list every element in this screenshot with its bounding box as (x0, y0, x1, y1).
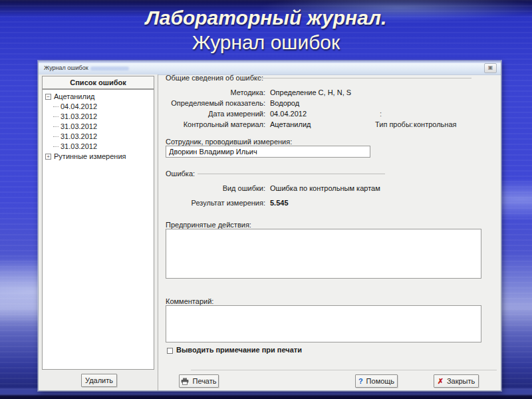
indicator-label: Определяемый показатель: (166, 99, 265, 107)
tree-item-routine[interactable]: + Рутинные измерения (43, 152, 154, 162)
actions-textarea[interactable] (166, 229, 481, 279)
method-value: Определение C, H, N, S (270, 88, 351, 96)
help-button[interactable]: ? Помощь (355, 374, 398, 388)
error-journal-window: Журнал ошибок ▣ Список ошибок − Ацетанил… (38, 61, 501, 391)
slide-title-line2: Журнал ошибок (0, 30, 532, 55)
tree-item-date[interactable]: 31.03.2012 (43, 132, 154, 142)
tree-item-date[interactable]: 31.03.2012 (43, 142, 154, 152)
sample-type-value: контрольная (414, 120, 456, 128)
close-button[interactable]: ✗ Закрыть (434, 374, 479, 388)
actions-label: Предпринятые действия: (166, 221, 251, 229)
comment-label: Комментарий: (166, 297, 213, 305)
tree-item-label: 04.04.2012 (61, 102, 97, 112)
titlebar-accent (39, 61, 501, 63)
form-row-error-kind: Вид ошибки: Ошибка по контрольным картам (166, 184, 511, 192)
window-title: Журнал ошибок (44, 65, 88, 71)
tree-item-label: 31.03.2012 (61, 122, 97, 132)
date-label: Дата измерений: (166, 110, 265, 118)
tree-connector (53, 106, 59, 107)
form-row-material: Контрольный материал: Ацетанилид (166, 120, 511, 128)
tree-connector (53, 116, 59, 117)
method-label: Методика: (166, 88, 265, 96)
print-note-checkbox[interactable] (167, 348, 173, 354)
form-row-indicator: Определяемый показатель: Водород (166, 99, 511, 107)
slide-title: Лабораторный журнал. Журнал ошибок (0, 5, 532, 55)
help-icon: ? (358, 377, 363, 385)
indicator-value: Водород (270, 99, 299, 107)
tree-item-label: 31.03.2012 (61, 132, 97, 142)
help-button-label: Помощь (366, 377, 395, 385)
error-list-panel: Список ошибок − Ацетанилид 04.04.2012 31… (39, 74, 158, 390)
tree-item-date[interactable]: 31.03.2012 (43, 112, 154, 122)
comment-textarea[interactable] (166, 305, 481, 342)
form-row-method: Методика: Определение C, H, N, S (166, 88, 511, 96)
section-divider (198, 174, 385, 174)
slide-title-line1: Лабораторный журнал. (0, 5, 532, 30)
tree-connector (53, 126, 59, 127)
tree-item-acetanilide[interactable]: − Ацетанилид (43, 92, 154, 102)
buttons-divider (191, 370, 497, 370)
employee-label: Сотрудник, проводивший измерения: (166, 138, 292, 146)
tree-item-label: Рутинные измерения (54, 152, 126, 162)
collapse-icon[interactable]: − (45, 94, 51, 100)
error-tree[interactable]: − Ацетанилид 04.04.2012 31.03.2012 31.03… (42, 89, 154, 370)
close-window-icon[interactable]: ▣ (484, 63, 497, 73)
stray-colon: : (380, 110, 382, 118)
print-note-checkbox-label: Выводить примечание при печати (176, 346, 302, 354)
close-x-icon: ✗ (438, 377, 444, 386)
result-label: Результат измерения: (166, 199, 265, 207)
section-divider (259, 78, 471, 78)
error-list-header: Список ошибок (42, 76, 154, 89)
close-button-label: Закрыть (447, 377, 475, 385)
print-button[interactable]: Печать (179, 374, 219, 388)
printer-icon (181, 378, 189, 385)
delete-button[interactable]: Удалить (81, 374, 117, 387)
general-section-title: Общие сведения об ошибке: (166, 74, 263, 82)
delete-button-label: Удалить (85, 376, 113, 384)
form-row-date: Дата измерений: 04.04.2012 (166, 110, 511, 118)
employee-input[interactable] (166, 146, 370, 158)
tree-item-date[interactable]: 31.03.2012 (43, 122, 154, 132)
window-titlebar[interactable]: Журнал ошибок ▣ (39, 61, 501, 75)
titlebar-smudge (90, 66, 129, 70)
tree-connector (53, 146, 59, 147)
tree-item-date[interactable]: 04.04.2012 (43, 102, 154, 112)
form-row-result: Результат измерения: 5.545 (166, 199, 511, 207)
tree-item-label: Ацетанилид (54, 92, 95, 102)
error-details-panel: Общие сведения об ошибке: Методика: Опре… (159, 74, 501, 390)
result-value: 5.545 (270, 199, 289, 207)
print-button-label: Печать (192, 377, 216, 385)
material-label: Контрольный материал: (166, 120, 265, 128)
sample-type-label: Тип пробы: (375, 120, 413, 128)
material-value: Ацетанилид (270, 120, 311, 128)
tree-connector (53, 136, 59, 137)
expand-icon[interactable]: + (45, 154, 51, 160)
tree-item-label: 31.03.2012 (61, 112, 97, 122)
date-value: 04.04.2012 (270, 110, 307, 118)
error-section-title: Ошибка: (166, 170, 195, 178)
error-kind-value: Ошибка по контрольным картам (270, 184, 380, 192)
tree-item-label: 31.03.2012 (61, 142, 97, 152)
error-kind-label: Вид ошибки: (166, 184, 265, 192)
